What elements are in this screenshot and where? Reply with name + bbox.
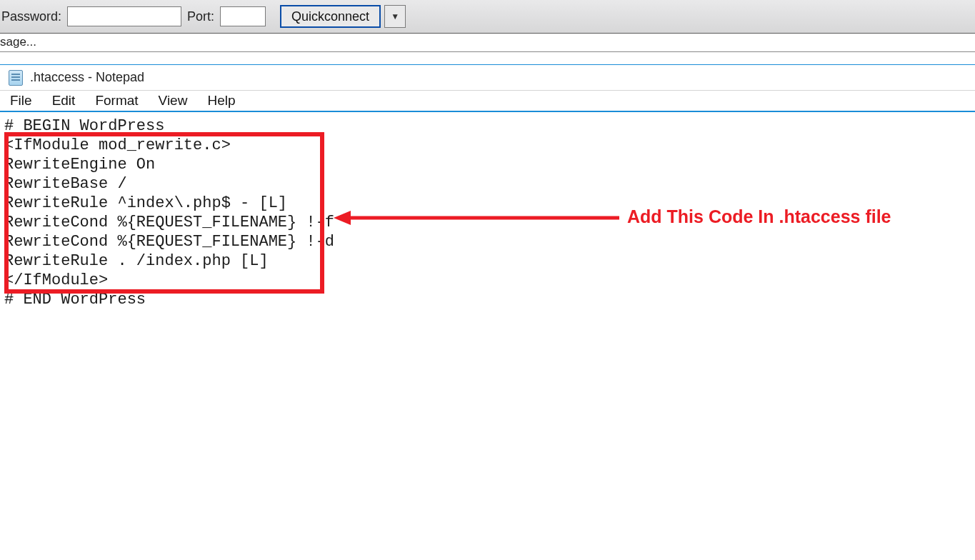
message-log: sage... <box>0 34 975 52</box>
code-line: # BEGIN WordPress <box>4 116 971 136</box>
quickconnect-label: Quickconnect <box>291 9 369 24</box>
chevron-down-icon: ▼ <box>391 11 399 21</box>
menu-format[interactable]: Format <box>85 91 148 110</box>
ftp-toolbar: Password: Port: Quickconnect ▼ <box>0 0 975 34</box>
password-label: Password: <box>1 9 61 24</box>
code-line: RewriteRule . /index.php [L] <box>4 251 971 271</box>
message-log-text: sage... <box>0 35 36 49</box>
port-input[interactable] <box>220 6 266 26</box>
menu-view[interactable]: View <box>149 91 198 110</box>
notepad-icon <box>9 70 23 86</box>
menu-help[interactable]: Help <box>197 91 245 110</box>
password-input[interactable] <box>67 6 181 26</box>
code-line: # END WordPress <box>4 290 971 309</box>
notepad-title-text: .htaccess - Notepad <box>30 70 144 85</box>
port-label: Port: <box>187 9 214 24</box>
code-line: <IfModule mod_rewrite.c> <box>4 136 971 155</box>
code-line: </IfModule> <box>4 271 971 290</box>
code-line: RewriteCond %{REQUEST_FILENAME} !-d <box>4 232 971 251</box>
notepad-titlebar: .htaccess - Notepad <box>0 65 975 91</box>
quickconnect-dropdown-button[interactable]: ▼ <box>384 5 406 28</box>
code-line: RewriteEngine On <box>4 155 971 174</box>
notepad-menubar: File Edit Format View Help <box>0 91 975 112</box>
notepad-window: .htaccess - Notepad File Edit Format Vie… <box>0 64 975 560</box>
notepad-text-area[interactable]: # BEGIN WordPress <IfModule mod_rewrite.… <box>0 112 975 560</box>
annotation-text: Add This Code In .htaccess file <box>627 206 891 227</box>
menu-edit[interactable]: Edit <box>42 91 86 110</box>
code-line: RewriteBase / <box>4 174 971 194</box>
menu-file[interactable]: File <box>0 91 42 110</box>
quickconnect-button[interactable]: Quickconnect <box>280 5 381 28</box>
